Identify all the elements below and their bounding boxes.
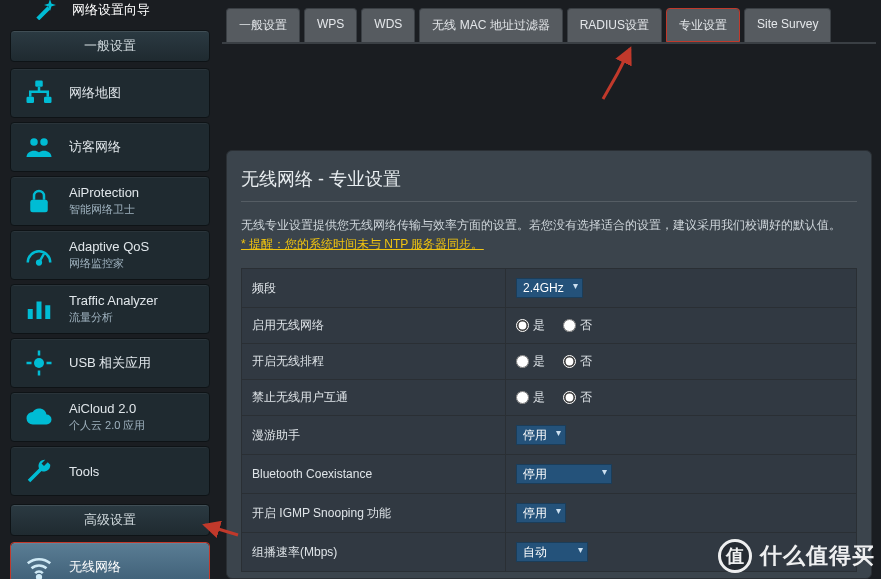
svg-rect-9 (45, 305, 50, 319)
row-label: 频段 (242, 269, 506, 308)
sidebar-item-aiprotection[interactable]: AiProtection智能网络卫士 (10, 176, 210, 226)
roaming-select[interactable]: 停用 (516, 425, 566, 445)
tab-radius[interactable]: RADIUS设置 (567, 8, 662, 42)
lock-icon (23, 185, 55, 217)
svg-point-10 (34, 358, 44, 368)
watermark-badge: 值 (718, 539, 752, 573)
bluetooth-select[interactable]: 停用 (516, 464, 612, 484)
wifi-icon (23, 551, 55, 579)
sidebar: 网络设置向导 一般设置 网络地图 访客网络 AiProtection智能网络卫士… (10, 0, 210, 579)
svg-rect-12 (38, 371, 41, 376)
sidebar-item-sublabel: 网络监控家 (69, 256, 149, 271)
settings-panel: 无线网络 - 专业设置 无线专业设置提供您无线网络传输与效率方面的设置。若您没有… (226, 150, 872, 579)
guest-network-icon (23, 131, 55, 163)
sidebar-item-label: AiCloud 2.0 (69, 401, 136, 416)
panel-warning: * 提醒：您的系统时间未与 NTP 服务器同步。 (241, 237, 483, 251)
ntp-warning-link[interactable]: * 提醒：您的系统时间未与 NTP 服务器同步。 (241, 237, 483, 251)
sidebar-section-general: 一般设置 (10, 30, 210, 62)
igmp-select[interactable]: 停用 (516, 503, 566, 523)
sidebar-item-label: Tools (69, 464, 99, 479)
svg-rect-11 (38, 351, 41, 356)
svg-point-4 (40, 138, 48, 146)
row-label: Bluetooth Coexistance (242, 455, 506, 494)
sidebar-item-label: USB 相关应用 (69, 354, 151, 372)
sidebar-item-wizard[interactable]: 网络设置向导 (10, 0, 210, 30)
row-label: 启用无线网络 (242, 308, 506, 344)
sidebar-item-label: 网络地图 (69, 84, 121, 102)
row-igmp: 开启 IGMP Snooping 功能 停用 (242, 494, 857, 533)
sidebar-item-aicloud[interactable]: AiCloud 2.0个人云 2.0 应用 (10, 392, 210, 442)
svg-rect-13 (27, 362, 32, 365)
row-enable-wireless: 启用无线网络 是 否 (242, 308, 857, 344)
panel-title: 无线网络 - 专业设置 (241, 167, 857, 201)
svg-rect-5 (30, 200, 48, 213)
tab-professional[interactable]: 专业设置 (666, 8, 740, 42)
tab-wds[interactable]: WDS (361, 8, 415, 42)
row-label: 开启无线排程 (242, 344, 506, 380)
sidebar-item-sublabel: 个人云 2.0 应用 (69, 418, 145, 433)
svg-point-15 (37, 575, 41, 579)
sidebar-item-label: 访客网络 (69, 138, 121, 156)
sidebar-item-tools[interactable]: Tools (10, 446, 210, 496)
svg-rect-2 (44, 97, 52, 103)
multicast-select[interactable]: 自动 (516, 542, 588, 562)
sidebar-item-qos[interactable]: Adaptive QoS网络监控家 (10, 230, 210, 280)
sidebar-item-sublabel: 流量分析 (69, 310, 158, 325)
svg-rect-1 (27, 97, 35, 103)
radio-yes[interactable]: 是 (516, 353, 545, 370)
svg-point-6 (37, 261, 41, 265)
sidebar-item-guest-network[interactable]: 访客网络 (10, 122, 210, 172)
radio-yes[interactable]: 是 (516, 389, 545, 406)
sidebar-item-sublabel: 智能网络卫士 (69, 202, 139, 217)
tab-general[interactable]: 一般设置 (226, 8, 300, 42)
sidebar-item-label: AiProtection (69, 185, 139, 200)
cloud-icon (23, 401, 55, 433)
row-label: 禁止无线用户互通 (242, 380, 506, 416)
row-ap-isolate: 禁止无线用户互通 是 否 (242, 380, 857, 416)
watermark-text: 什么值得买 (760, 541, 875, 571)
plug-icon (23, 347, 55, 379)
row-label: 开启 IGMP Snooping 功能 (242, 494, 506, 533)
settings-table: 频段 2.4GHz 启用无线网络 是 否 开启无线排程 是 否 禁止无线用户互通 (241, 268, 857, 572)
svg-rect-14 (47, 362, 52, 365)
svg-rect-0 (35, 81, 43, 87)
sidebar-item-label: Traffic Analyzer (69, 293, 158, 308)
row-label: 漫游助手 (242, 416, 506, 455)
svg-rect-8 (37, 302, 42, 320)
svg-point-3 (30, 138, 38, 146)
sidebar-item-label: Adaptive QoS (69, 239, 149, 254)
bars-icon (23, 293, 55, 325)
row-bluetooth: Bluetooth Coexistance 停用 (242, 455, 857, 494)
sidebar-item-wireless[interactable]: 无线网络 (10, 542, 210, 579)
radio-no[interactable]: 否 (563, 389, 592, 406)
tab-wps[interactable]: WPS (304, 8, 357, 42)
sidebar-section-advanced: 高级设置 (10, 504, 210, 536)
tab-mac-filter[interactable]: 无线 MAC 地址过滤器 (419, 8, 562, 42)
wand-icon (30, 0, 60, 20)
radio-no[interactable]: 否 (563, 353, 592, 370)
sidebar-item-label: 无线网络 (69, 558, 121, 576)
sidebar-item-traffic[interactable]: Traffic Analyzer流量分析 (10, 284, 210, 334)
row-label: 组播速率(Mbps) (242, 533, 506, 572)
tab-bar: 一般设置 WPS WDS 无线 MAC 地址过滤器 RADIUS设置 专业设置 … (222, 0, 876, 44)
network-map-icon (23, 77, 55, 109)
panel-description: 无线专业设置提供您无线网络传输与效率方面的设置。若您没有选择适合的设置，建议采用… (241, 201, 857, 260)
wrench-icon (23, 455, 55, 487)
sidebar-item-label: 网络设置向导 (72, 1, 150, 19)
row-band: 频段 2.4GHz (242, 269, 857, 308)
radio-yes[interactable]: 是 (516, 317, 545, 334)
watermark: 值 什么值得买 (718, 539, 875, 573)
tab-site-survey[interactable]: Site Survey (744, 8, 831, 42)
radio-no[interactable]: 否 (563, 317, 592, 334)
sidebar-item-network-map[interactable]: 网络地图 (10, 68, 210, 118)
sidebar-item-usb[interactable]: USB 相关应用 (10, 338, 210, 388)
band-select[interactable]: 2.4GHz (516, 278, 583, 298)
gauge-icon (23, 239, 55, 271)
annotation-arrow-tab (598, 44, 638, 104)
svg-rect-7 (28, 309, 33, 319)
main-area: 一般设置 WPS WDS 无线 MAC 地址过滤器 RADIUS设置 专业设置 … (222, 0, 876, 579)
row-wireless-schedule: 开启无线排程 是 否 (242, 344, 857, 380)
row-roaming: 漫游助手 停用 (242, 416, 857, 455)
